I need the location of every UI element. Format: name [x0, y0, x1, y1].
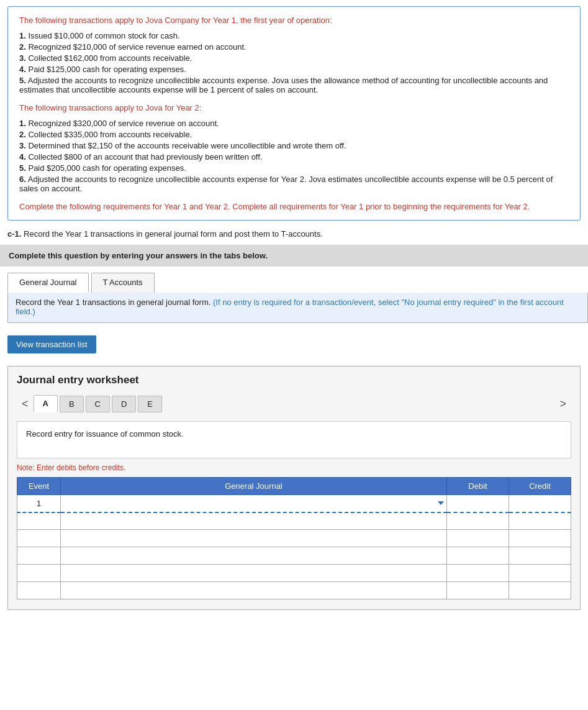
- tab-instruction-text: Record the Year 1 transactions in genera…: [16, 298, 210, 307]
- ws-prev-arrow[interactable]: <: [17, 396, 34, 412]
- credit-input[interactable]: [513, 551, 567, 560]
- col-header-event: Event: [17, 478, 61, 495]
- view-transaction-list-button[interactable]: View transaction list: [7, 335, 96, 353]
- debit-cell[interactable]: [447, 530, 509, 547]
- note-text: Note: Enter debits before credits.: [17, 463, 571, 472]
- journal-input[interactable]: [65, 586, 443, 595]
- list-item: 5. Paid $205,000 cash for operating expe…: [19, 163, 569, 173]
- list-item: 2. Collected $335,000 from accounts rece…: [19, 130, 569, 139]
- debit-input[interactable]: [451, 499, 505, 508]
- instruction-bar: Complete this question by entering your …: [0, 245, 588, 266]
- credit-input[interactable]: [513, 534, 567, 543]
- ws-tab-c[interactable]: C: [86, 396, 110, 412]
- credit-input[interactable]: [513, 516, 567, 526]
- dropdown-arrow-icon: [438, 501, 444, 505]
- list-item: 1. Issued $10,000 of common stock for ca…: [19, 31, 569, 40]
- table-row: [17, 582, 571, 599]
- complete-note: Complete the following requirements for …: [19, 202, 569, 211]
- debit-cell[interactable]: [447, 582, 509, 599]
- intro-year2: The following transactions apply to Jova…: [19, 103, 569, 112]
- debit-cell[interactable]: [447, 495, 509, 512]
- table-row: [17, 530, 571, 547]
- list-item: 4. Paid $125,000 cash for operating expe…: [19, 65, 569, 74]
- c1-instruction: c-1. Record the Year 1 transactions in g…: [7, 229, 581, 239]
- transactions-year1-list: 1. Issued $10,000 of common stock for ca…: [19, 31, 569, 94]
- journal-input[interactable]: [65, 568, 443, 578]
- ws-tab-e[interactable]: E: [138, 396, 162, 412]
- list-item: 5. Adjusted the accounts to recognize un…: [19, 76, 569, 94]
- ws-tab-d[interactable]: D: [112, 396, 136, 412]
- ws-next-arrow[interactable]: >: [554, 396, 571, 412]
- event-cell: [17, 582, 61, 599]
- worksheet-title: Journal entry worksheet: [17, 374, 571, 386]
- event-cell: [17, 565, 61, 582]
- list-item: 4. Collected $800 of an account that had…: [19, 152, 569, 162]
- tab-general-journal[interactable]: General Journal: [7, 273, 89, 293]
- col-header-general-journal: General Journal: [61, 478, 447, 495]
- intro-year1: The following transactions apply to Jova…: [19, 16, 569, 25]
- table-row: [17, 565, 571, 582]
- debit-input[interactable]: [451, 551, 505, 560]
- debit-input[interactable]: [451, 586, 505, 595]
- journal-input[interactable]: [65, 499, 443, 508]
- worksheet-outer: Journal entry worksheet < A B C D E > Re…: [7, 366, 581, 610]
- debit-cell[interactable]: [447, 512, 509, 530]
- journal-cell[interactable]: [61, 512, 447, 530]
- list-item: 1. Recognized $320,000 of service revenu…: [19, 119, 569, 128]
- tabs-outer: General Journal T Accounts Record the Ye…: [7, 273, 588, 323]
- ws-tab-b[interactable]: B: [60, 396, 84, 412]
- credit-cell[interactable]: [509, 565, 571, 582]
- journal-cell[interactable]: [61, 495, 447, 512]
- credit-input[interactable]: [513, 499, 567, 508]
- event-cell: 1: [17, 495, 61, 512]
- journal-table: Event General Journal Debit Credit 1: [17, 477, 571, 599]
- table-row: 1: [17, 495, 571, 512]
- credit-cell[interactable]: [509, 495, 571, 512]
- journal-input[interactable]: [65, 534, 443, 543]
- event-cell: [17, 547, 61, 565]
- credit-cell[interactable]: [509, 530, 571, 547]
- tab-t-accounts[interactable]: T Accounts: [91, 273, 155, 293]
- description-box: Record entry for issuance of common stoc…: [17, 421, 571, 458]
- list-item: 3. Collected $162,000 from accounts rece…: [19, 53, 569, 63]
- journal-cell[interactable]: [61, 582, 447, 599]
- transactions-year2-list: 1. Recognized $320,000 of service revenu…: [19, 119, 569, 193]
- debit-cell[interactable]: [447, 565, 509, 582]
- credit-input[interactable]: [513, 586, 567, 595]
- credit-cell[interactable]: [509, 547, 571, 565]
- table-row: [17, 547, 571, 565]
- debit-input[interactable]: [451, 516, 505, 526]
- ws-tab-a[interactable]: A: [34, 395, 58, 412]
- journal-cell[interactable]: [61, 547, 447, 565]
- tab-content-area: Record the Year 1 transactions in genera…: [7, 293, 588, 323]
- credit-input[interactable]: [513, 568, 567, 578]
- problem-description: The following transactions apply to Jova…: [7, 6, 581, 221]
- ws-tabs: < A B C D E >: [17, 395, 571, 412]
- col-header-debit: Debit: [447, 478, 509, 495]
- credit-cell[interactable]: [509, 582, 571, 599]
- debit-input[interactable]: [451, 568, 505, 578]
- worksheet-box: Journal entry worksheet < A B C D E > Re…: [7, 366, 581, 610]
- debit-cell[interactable]: [447, 547, 509, 565]
- col-header-credit: Credit: [509, 478, 571, 495]
- credit-cell[interactable]: [509, 512, 571, 530]
- view-btn-container: View transaction list: [7, 329, 581, 362]
- debit-input[interactable]: [451, 534, 505, 543]
- tabs-container: General Journal T Accounts: [7, 273, 588, 293]
- list-item: 3. Determined that $2,150 of the account…: [19, 141, 569, 150]
- table-row: [17, 512, 571, 530]
- journal-cell[interactable]: [61, 565, 447, 582]
- journal-input[interactable]: [65, 551, 443, 560]
- journal-input[interactable]: [65, 516, 443, 526]
- list-item: 2. Recognized $210,000 of service revenu…: [19, 42, 569, 52]
- list-item: 6. Adjusted the accounts to recognize un…: [19, 175, 569, 193]
- event-cell: [17, 530, 61, 547]
- event-cell: [17, 512, 61, 530]
- journal-cell[interactable]: [61, 530, 447, 547]
